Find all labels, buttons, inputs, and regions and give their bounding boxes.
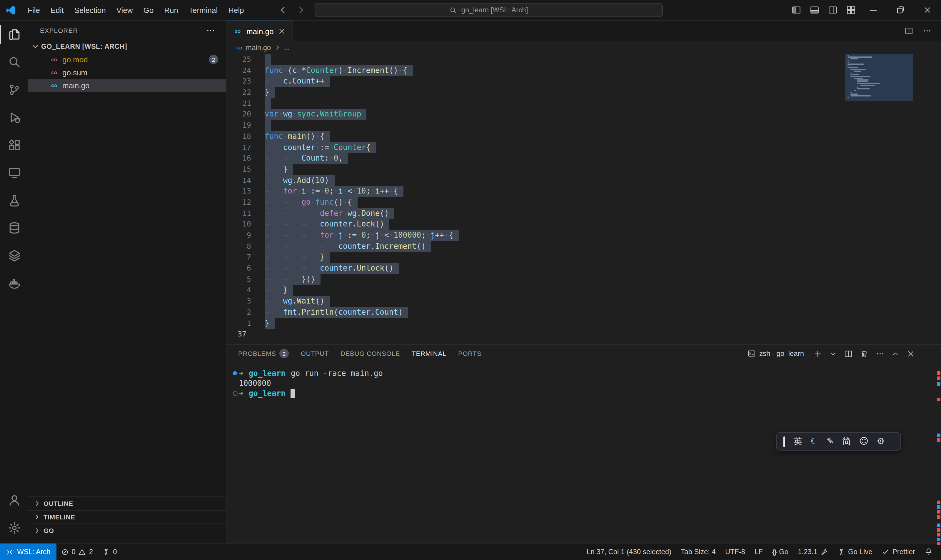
- breadcrumb[interactable]: GO main.go ...: [226, 41, 941, 54]
- token: i: [338, 187, 343, 195]
- close-window-icon[interactable]: [923, 5, 932, 15]
- token: Increment: [375, 242, 417, 250]
- menu-terminal[interactable]: Terminal: [183, 0, 223, 20]
- space-whitespace: ·: [315, 132, 320, 141]
- cursor-position[interactable]: Ln 37, Col 1 (430 selected): [582, 543, 676, 560]
- remote-indicator[interactable]: WSL: Arch: [0, 543, 56, 560]
- split-editor-icon[interactable]: [904, 26, 913, 35]
- settings-button[interactable]: [0, 514, 28, 542]
- breadcrumb-symbol[interactable]: ...: [284, 43, 290, 52]
- section-go[interactable]: GO: [28, 523, 226, 537]
- panel-tab-debug-console[interactable]: DEBUG CONSOLE: [341, 345, 400, 362]
- breadcrumb-file[interactable]: main.go: [246, 43, 271, 52]
- containers-button[interactable]: [0, 269, 28, 297]
- menu-run[interactable]: Run: [159, 0, 183, 20]
- back-icon[interactable]: [278, 5, 288, 15]
- section-outline[interactable]: OUTLINE: [28, 497, 226, 510]
- folder-root[interactable]: GO_LEARN [WSL: ARCH]: [28, 40, 226, 53]
- scrollbar-annotations[interactable]: [937, 0, 940, 560]
- file-go-mod[interactable]: GOgo.mod2: [28, 53, 226, 66]
- go-version-status[interactable]: 1.23.1: [793, 543, 833, 560]
- minimize-icon[interactable]: [869, 5, 878, 15]
- eol-status[interactable]: LF: [750, 543, 767, 560]
- split-terminal-icon[interactable]: [844, 349, 853, 358]
- search-button[interactable]: [0, 48, 28, 76]
- language-status[interactable]: {} Go: [767, 543, 793, 560]
- tab-whitespace: →: [264, 307, 283, 318]
- panel-tab-output[interactable]: OUTPUT: [301, 345, 329, 362]
- toggle-secondary-sidebar-icon[interactable]: [828, 5, 837, 15]
- menu-go[interactable]: Go: [138, 0, 159, 20]
- panel-tab-ports[interactable]: PORTS: [458, 345, 481, 362]
- ime-emoji-button[interactable]: ☺: [859, 437, 868, 446]
- ime-settings-button[interactable]: ⚙: [876, 437, 884, 446]
- line-content: →wg.Add(10): [264, 175, 334, 186]
- tab-close-icon[interactable]: [278, 27, 286, 35]
- ime-simplified-button[interactable]: 简: [842, 437, 851, 446]
- menu-view[interactable]: View: [111, 0, 138, 20]
- token: (): [375, 220, 384, 229]
- menu-selection[interactable]: Selection: [69, 0, 111, 20]
- customize-layout-icon[interactable]: [846, 5, 855, 15]
- forward-icon[interactable]: [297, 5, 306, 15]
- ime-moon-button[interactable]: ☾: [810, 437, 818, 446]
- section-timeline[interactable]: TIMELINE: [28, 510, 226, 523]
- space-whitespace: ·: [371, 187, 375, 195]
- menu-help[interactable]: Help: [223, 0, 249, 20]
- close-panel-icon[interactable]: [906, 349, 915, 358]
- new-terminal-icon[interactable]: [813, 349, 822, 358]
- terminal-instance[interactable]: zsh - go_learn: [747, 349, 804, 358]
- tab-main-go[interactable]: GO main.go: [226, 21, 293, 41]
- toggle-panel-icon[interactable]: [810, 5, 819, 15]
- kill-terminal-icon[interactable]: [860, 349, 869, 358]
- code-line: 10→→→counter.Lock(): [226, 219, 941, 230]
- prettier-status[interactable]: Prettier: [877, 543, 920, 560]
- restore-icon[interactable]: [896, 5, 905, 15]
- file-name: go.sum: [62, 68, 87, 77]
- command-center[interactable]: go_learn [WSL: Arch]: [315, 3, 663, 17]
- terminal-dropdown-icon[interactable]: [829, 350, 837, 357]
- line-content: }: [264, 87, 275, 98]
- menu-edit[interactable]: Edit: [45, 0, 69, 20]
- file-go-sum[interactable]: GOgo.sum: [28, 66, 226, 79]
- more-actions-icon[interactable]: [206, 26, 215, 35]
- panel-tab-terminal[interactable]: TERMINAL: [412, 345, 446, 362]
- database-button[interactable]: [0, 214, 28, 242]
- token: wg: [347, 209, 357, 217]
- ports-status[interactable]: 0: [98, 543, 121, 560]
- ime-english-button[interactable]: 英: [793, 437, 802, 446]
- prompt-arrow: ➜: [239, 368, 243, 378]
- panel-more-icon[interactable]: [876, 349, 884, 358]
- scroll-mark-blue: [937, 382, 940, 386]
- terminal-viewport[interactable]: ➜go_learngo run -race main.go1000000➜go_…: [226, 362, 941, 543]
- minimap[interactable]: [845, 54, 913, 101]
- notifications-button[interactable]: [920, 543, 938, 560]
- toggle-sidebar-icon[interactable]: [791, 5, 801, 15]
- remote-explorer-button[interactable]: [0, 159, 28, 186]
- menu-file[interactable]: File: [22, 0, 45, 20]
- token: (): [384, 263, 394, 272]
- accounts-button[interactable]: [0, 486, 28, 514]
- panel-tab-problems[interactable]: PROBLEMS2: [238, 345, 289, 362]
- editor[interactable]: 2524func·(c·*Counter)·Increment()·{23→c.…: [226, 54, 941, 344]
- indentation-status[interactable]: Tab Size: 4: [676, 543, 720, 560]
- ime-pen-button[interactable]: ✎: [827, 437, 834, 446]
- maximize-panel-icon[interactable]: [892, 350, 899, 357]
- more-editor-actions-icon[interactable]: [923, 26, 932, 35]
- line-content: →→→counter.Unlock(): [264, 263, 399, 274]
- ports-count: 0: [113, 548, 117, 556]
- code-line: 1}: [226, 318, 941, 329]
- source-control-button[interactable]: [0, 76, 28, 103]
- problems-status[interactable]: 0 2: [56, 543, 98, 560]
- go-live-button[interactable]: Go Live: [833, 543, 877, 560]
- token: .: [292, 175, 297, 185]
- run-debug-button[interactable]: [0, 103, 28, 131]
- testing-button[interactable]: [0, 186, 28, 214]
- scroll-mark-red: [937, 542, 940, 545]
- file-main-go[interactable]: GOmain.go: [28, 79, 226, 92]
- encoding-status[interactable]: UTF-8: [720, 543, 750, 560]
- line-content: →counter·:=·Counter{: [264, 142, 376, 153]
- explorer-button[interactable]: [0, 21, 28, 48]
- extensions-button[interactable]: [0, 131, 28, 159]
- layers-button[interactable]: [0, 242, 28, 269]
